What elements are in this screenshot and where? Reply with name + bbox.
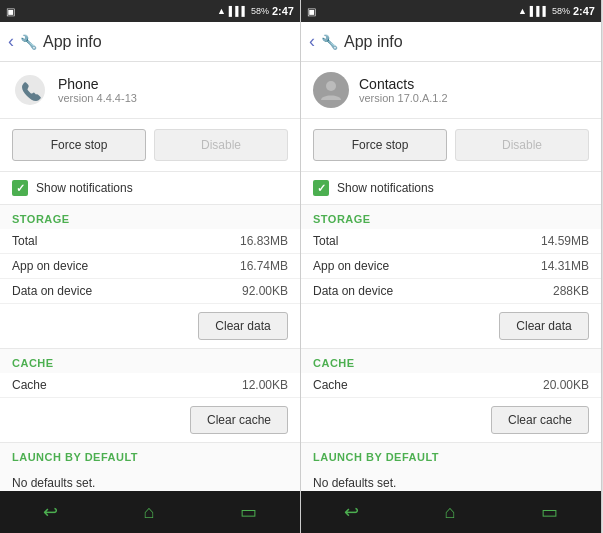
back-nav-left[interactable]: ↩ (43, 501, 58, 523)
action-buttons-right: Force stop Disable (301, 119, 601, 172)
wrench-icon-right: 🔧 (321, 34, 338, 50)
launch-default-text-left: No defaults set. (12, 473, 288, 491)
battery-text-right: 58% (552, 6, 570, 16)
home-nav-right[interactable]: ⌂ (445, 502, 456, 523)
status-right-icons: ▲ ▌▌▌ 58% 2:47 (217, 5, 294, 17)
launch-defaults-left: No defaults set. (0, 467, 300, 491)
notification-label-left: Show notifications (36, 181, 133, 195)
cache-section-right: CACHE (301, 349, 601, 373)
clear-data-row-left: Clear data (0, 304, 300, 349)
storage-section-left: STORAGE (0, 205, 300, 229)
storage-label-right-0: Total (313, 234, 338, 248)
storage-label-left-1: App on device (12, 259, 88, 273)
clear-data-button-left[interactable]: Clear data (198, 312, 288, 340)
cache-label-left: Cache (12, 378, 47, 392)
storage-value-right-2: 288KB (553, 284, 589, 298)
status-left-icons: ▣ (6, 6, 15, 17)
cache-value-left: 12.00KB (242, 378, 288, 392)
app-bar-title-right: App info (344, 33, 403, 51)
notification-row-left: Show notifications (0, 172, 300, 205)
storage-value-left-2: 92.00KB (242, 284, 288, 298)
battery-text: 58% (251, 6, 269, 16)
storage-row-right-2: Data on device 288KB (301, 279, 601, 304)
notification-icon: ▣ (6, 6, 15, 17)
storage-label-right-1: App on device (313, 259, 389, 273)
storage-row-left-0: Total 16.83MB (0, 229, 300, 254)
force-stop-right[interactable]: Force stop (313, 129, 447, 161)
app-icon-phone (12, 72, 48, 108)
cache-row-right: Cache 20.00KB (301, 373, 601, 398)
time-left: 2:47 (272, 5, 294, 17)
launch-section-right: LAUNCH BY DEFAULT (301, 443, 601, 467)
notification-checkbox-left[interactable] (12, 180, 28, 196)
wifi-icon: ▲ (217, 6, 226, 16)
disable-right[interactable]: Disable (455, 129, 589, 161)
storage-label-left-0: Total (12, 234, 37, 248)
storage-label-right-2: Data on device (313, 284, 393, 298)
svg-point-1 (326, 81, 336, 91)
recents-nav-right[interactable]: ▭ (541, 501, 558, 523)
storage-row-left-2: Data on device 92.00KB (0, 279, 300, 304)
launch-default-text-right: No defaults set. (313, 473, 589, 491)
back-button-left[interactable]: ‹ (8, 31, 14, 52)
svg-point-0 (15, 75, 45, 105)
app-info-left: Phone version 4.4.4-13 (58, 76, 137, 104)
clear-cache-button-left[interactable]: Clear cache (190, 406, 288, 434)
cache-value-right: 20.00KB (543, 378, 589, 392)
launch-defaults-right: No defaults set. (301, 467, 601, 491)
notification-checkbox-right[interactable] (313, 180, 329, 196)
wifi-icon-right: ▲ (518, 6, 527, 16)
right-panel: ▣ ▲ ▌▌▌ 58% 2:47 ‹ 🔧 App info Contacts v (301, 0, 602, 533)
app-version-right: version 17.0.A.1.2 (359, 92, 448, 104)
recents-nav-left[interactable]: ▭ (240, 501, 257, 523)
storage-label-left-2: Data on device (12, 284, 92, 298)
home-nav-left[interactable]: ⌂ (144, 502, 155, 523)
app-header-right: Contacts version 17.0.A.1.2 (301, 62, 601, 119)
app-bar-left: ‹ 🔧 App info (0, 22, 300, 62)
action-buttons-left: Force stop Disable (0, 119, 300, 172)
notification-row-right: Show notifications (301, 172, 601, 205)
status-bar-left: ▣ ▲ ▌▌▌ 58% 2:47 (0, 0, 300, 22)
nav-bar-left: ↩ ⌂ ▭ (0, 491, 300, 533)
force-stop-left[interactable]: Force stop (12, 129, 146, 161)
signal-icon-right: ▌▌▌ (530, 6, 549, 16)
storage-section-right: STORAGE (301, 205, 601, 229)
notification-label-right: Show notifications (337, 181, 434, 195)
notification-icon-right: ▣ (307, 6, 316, 17)
storage-value-right-0: 14.59MB (541, 234, 589, 248)
app-name-left: Phone (58, 76, 137, 92)
clear-data-row-right: Clear data (301, 304, 601, 349)
storage-value-right-1: 14.31MB (541, 259, 589, 273)
clear-cache-row-right: Clear cache (301, 398, 601, 443)
storage-row-right-0: Total 14.59MB (301, 229, 601, 254)
storage-row-left-1: App on device 16.74MB (0, 254, 300, 279)
cache-section-left: CACHE (0, 349, 300, 373)
status-right-icons-right: ▲ ▌▌▌ 58% 2:47 (518, 5, 595, 17)
app-version-left: version 4.4.4-13 (58, 92, 137, 104)
time-right: 2:47 (573, 5, 595, 17)
app-header-left: Phone version 4.4.4-13 (0, 62, 300, 119)
launch-section-left: LAUNCH BY DEFAULT (0, 443, 300, 467)
clear-data-button-right[interactable]: Clear data (499, 312, 589, 340)
nav-bar-right: ↩ ⌂ ▭ (301, 491, 601, 533)
app-icon-contacts (313, 72, 349, 108)
app-bar-title-left: App info (43, 33, 102, 51)
status-left-icons-right: ▣ (307, 6, 316, 17)
disable-left[interactable]: Disable (154, 129, 288, 161)
back-button-right[interactable]: ‹ (309, 31, 315, 52)
storage-value-left-1: 16.74MB (240, 259, 288, 273)
app-bar-right: ‹ 🔧 App info (301, 22, 601, 62)
content-right: Contacts version 17.0.A.1.2 Force stop D… (301, 62, 601, 491)
back-nav-right[interactable]: ↩ (344, 501, 359, 523)
storage-value-left-0: 16.83MB (240, 234, 288, 248)
cache-row-left: Cache 12.00KB (0, 373, 300, 398)
signal-icon: ▌▌▌ (229, 6, 248, 16)
left-panel: ▣ ▲ ▌▌▌ 58% 2:47 ‹ 🔧 App info Phone vers (0, 0, 301, 533)
storage-row-right-1: App on device 14.31MB (301, 254, 601, 279)
clear-cache-button-right[interactable]: Clear cache (491, 406, 589, 434)
cache-label-right: Cache (313, 378, 348, 392)
status-bar-right: ▣ ▲ ▌▌▌ 58% 2:47 (301, 0, 601, 22)
wrench-icon-left: 🔧 (20, 34, 37, 50)
content-left: Phone version 4.4.4-13 Force stop Disabl… (0, 62, 300, 491)
app-name-right: Contacts (359, 76, 448, 92)
